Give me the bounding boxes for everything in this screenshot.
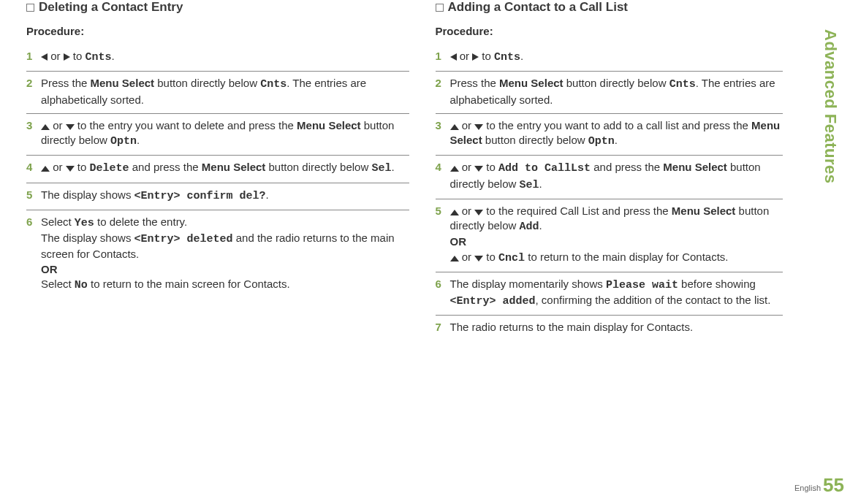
left-title: Deleting a Contact Entry: [26, 0, 409, 15]
step-6: 6 Select Yes to delete the entry. The di…: [26, 210, 409, 299]
up-arrow-icon: [41, 124, 50, 130]
left-arrow-icon: [450, 53, 457, 61]
down-arrow-icon: [474, 210, 483, 215]
right-column: Adding a Contact to a Call List Procedur…: [427, 0, 827, 341]
right-arrow-icon: [64, 53, 70, 61]
step-3: 3 or to the entry you want to add to a c…: [436, 114, 783, 156]
up-arrow-icon: [41, 166, 50, 172]
down-arrow-icon: [474, 166, 483, 172]
sidebar-label: Advanced Features: [821, 29, 840, 183]
right-title: Adding a Contact to a Call List: [436, 0, 783, 15]
step-6: 6 The display momentarily shows Please w…: [436, 272, 783, 316]
procedure-label: Procedure:: [26, 25, 409, 37]
checkbox-icon: [26, 4, 34, 12]
checkbox-icon: [436, 4, 444, 12]
right-arrow-icon: [472, 53, 479, 61]
up-arrow-icon: [450, 210, 459, 215]
left-steps: 1 or to Cnts. 2 Press the Menu Select bu…: [26, 45, 409, 299]
up-arrow-icon: [450, 256, 459, 261]
step-2: 2 Press the Menu Select button directly …: [26, 72, 409, 114]
left-column: Deleting a Contact Entry Procedure: 1 or…: [26, 0, 427, 341]
down-arrow-icon: [474, 256, 483, 261]
right-steps: 1 or to Cnts. 2 Press the Menu Select bu…: [436, 45, 783, 341]
procedure-label: Procedure:: [436, 25, 783, 37]
down-arrow-icon: [474, 124, 483, 130]
step-4: 4 or to Delete and press the Menu Select…: [26, 156, 409, 183]
language-label: English: [794, 484, 821, 492]
left-title-text: Deleting a Contact Entry: [39, 0, 183, 14]
down-arrow-icon: [66, 166, 75, 172]
step-1: 1 or to Cnts.: [436, 45, 783, 72]
page-number: 55: [823, 474, 844, 497]
step-5: 5 The display shows <Entry> confirm del?…: [26, 183, 409, 210]
up-arrow-icon: [450, 124, 459, 130]
step-1: 1 or to Cnts.: [26, 45, 409, 72]
step-2: 2 Press the Menu Select button directly …: [436, 72, 783, 114]
up-arrow-icon: [450, 166, 459, 172]
step-7: 7 The radio returns to the main display …: [436, 316, 783, 340]
right-title-text: Adding a Contact to a Call List: [448, 0, 629, 14]
down-arrow-icon: [66, 124, 75, 130]
step-5: 5 or to the required Call List and press…: [436, 199, 783, 272]
left-arrow-icon: [41, 53, 48, 61]
step-4: 4 or to Add to CallLst and press the Men…: [436, 156, 783, 199]
step-3: 3 or to the entry you want to delete and…: [26, 114, 409, 156]
